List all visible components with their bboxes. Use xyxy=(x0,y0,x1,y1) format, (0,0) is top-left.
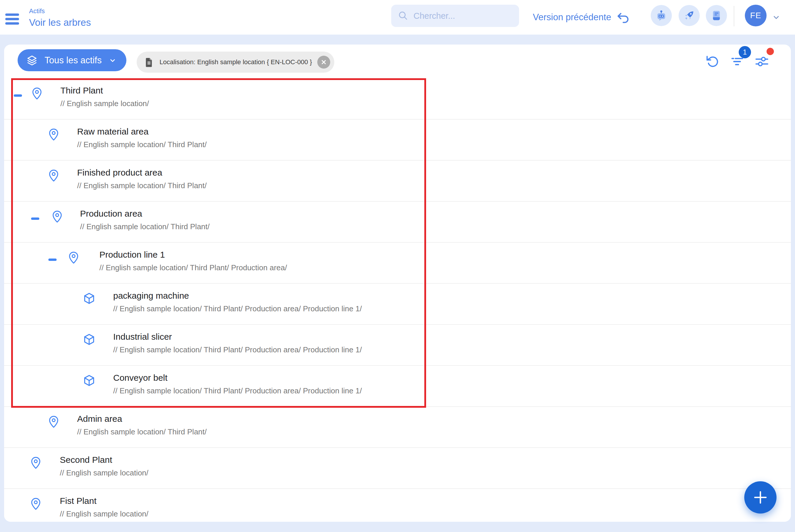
row-title: Industrial slicer xyxy=(113,331,362,342)
previous-version-button[interactable]: Version précédente xyxy=(533,0,630,35)
location-pin-icon xyxy=(48,415,59,430)
previous-version-label: Version précédente xyxy=(533,12,611,23)
row-path: // English sample location/ Third Plant/ xyxy=(77,140,207,149)
tree-row-third-plant[interactable]: Third Plant // English sample location/ xyxy=(4,79,791,119)
row-path: // English sample location/ Third Plant/… xyxy=(113,386,362,395)
reset-icon xyxy=(705,54,720,69)
menu-icon[interactable] xyxy=(5,14,19,28)
collapse-button[interactable] xyxy=(31,213,48,225)
row-path: // English sample location/ xyxy=(60,509,148,518)
asset-scope-button[interactable]: Tous les actifs xyxy=(18,49,126,71)
close-icon xyxy=(320,59,327,65)
add-button[interactable] xyxy=(744,481,777,514)
book-icon xyxy=(710,10,723,22)
tree-row-admin-area[interactable]: Admin area // English sample location/ T… xyxy=(4,407,791,448)
row-path: // English sample location/ Third Plant/ xyxy=(80,222,210,231)
search-box[interactable] xyxy=(391,5,519,27)
row-path: // English sample location/ Third Plant/… xyxy=(113,345,362,354)
sliders-icon xyxy=(755,54,769,69)
plus-icon xyxy=(754,491,767,504)
row-title: Finished product area xyxy=(77,167,207,178)
avatar-initials: FE xyxy=(750,11,761,20)
header-divider xyxy=(734,6,734,26)
filter-button[interactable]: 1 xyxy=(730,54,744,69)
minus-icon xyxy=(14,94,22,97)
tree-row-raw-material-area[interactable]: Raw material area // English sample loca… xyxy=(4,119,791,160)
row-path: // English sample location/ Third Plant/… xyxy=(113,304,362,314)
row-title: packaging machine xyxy=(113,290,362,301)
top-bar: Actifs Voir les arbres Version précédent… xyxy=(0,0,795,35)
document-icon xyxy=(144,57,154,68)
avatar[interactable]: FE xyxy=(745,5,766,26)
location-filter-chip[interactable]: Localisation: English sample location { … xyxy=(137,52,334,73)
assistant-button[interactable] xyxy=(651,5,672,26)
location-filter-label: Localisation: English sample location { … xyxy=(160,58,312,66)
tree-row-finished-product-area[interactable]: Finished product area // English sample … xyxy=(4,160,791,202)
tree-toolbar: Tous les actifs Localisation: English sa… xyxy=(4,44,791,79)
row-title: Raw material area xyxy=(77,126,207,137)
robot-icon xyxy=(655,10,667,22)
chevron-down-icon xyxy=(108,56,117,65)
row-title: Second Plant xyxy=(60,454,148,466)
row-title: Third Plant xyxy=(60,85,149,96)
asset-box-icon xyxy=(83,374,96,388)
location-pin-icon xyxy=(51,210,63,225)
asset-tree: Third Plant // English sample location/ … xyxy=(4,79,791,522)
row-path: // English sample location/ xyxy=(60,468,148,477)
section-label: Actifs xyxy=(29,7,91,15)
tree-row-conveyor-belt[interactable]: Conveyor belt // English sample location… xyxy=(4,366,791,407)
asset-box-icon xyxy=(83,292,96,306)
location-pin-icon xyxy=(48,128,59,143)
remove-filter-button[interactable] xyxy=(317,56,330,69)
documentation-button[interactable] xyxy=(706,5,727,26)
chevron-down-icon xyxy=(771,12,781,22)
row-title: Conveyor belt xyxy=(113,372,362,383)
undo-icon xyxy=(616,10,630,24)
page-title: Voir les arbres xyxy=(29,16,91,29)
location-pin-icon xyxy=(68,251,79,266)
filter-count-badge: 1 xyxy=(739,46,751,58)
row-title: Fist Plant xyxy=(60,495,148,507)
tree-row-industrial-slicer[interactable]: Industrial slicer // English sample loca… xyxy=(4,325,791,366)
row-title: Production area xyxy=(80,208,210,219)
reset-tree-button[interactable] xyxy=(705,54,720,69)
search-icon xyxy=(398,10,409,21)
rocket-icon xyxy=(683,10,695,22)
tree-panel: Tous les actifs Localisation: English sa… xyxy=(4,44,791,522)
toolbar-actions: 1 xyxy=(705,44,769,79)
asset-box-icon xyxy=(83,333,96,347)
page-heading: Actifs Voir les arbres xyxy=(29,7,91,29)
layers-icon xyxy=(26,54,38,66)
minus-icon xyxy=(49,259,57,261)
minus-icon xyxy=(31,217,39,220)
collapse-button[interactable] xyxy=(49,254,65,266)
row-path: // English sample location/ xyxy=(60,99,149,108)
location-pin-icon xyxy=(48,169,59,184)
tree-row-production-line-1[interactable]: Production line 1 // English sample loca… xyxy=(4,243,791,284)
launch-button[interactable] xyxy=(679,5,700,26)
location-pin-icon xyxy=(30,497,42,512)
row-title: Admin area xyxy=(77,413,207,424)
collapse-button[interactable] xyxy=(14,90,30,101)
tree-row-fist-plant[interactable]: Fist Plant // English sample location/ xyxy=(4,489,791,522)
tree-row-production-area[interactable]: Production area // English sample locati… xyxy=(4,202,791,243)
location-pin-icon xyxy=(30,456,42,471)
settings-alert-dot xyxy=(766,48,774,55)
asset-scope-label: Tous les actifs xyxy=(44,55,102,66)
row-path: // English sample location/ Third Plant/ xyxy=(77,181,207,190)
display-settings-button[interactable] xyxy=(755,54,769,69)
search-input[interactable] xyxy=(413,11,513,21)
tree-row-second-plant[interactable]: Second Plant // English sample location/ xyxy=(4,448,791,489)
row-path: // English sample location/ Third Plant/ xyxy=(77,427,207,436)
tree-row-packaging-machine[interactable]: packaging machine // English sample loca… xyxy=(4,284,791,325)
row-path: // English sample location/ Third Plant/… xyxy=(99,263,287,272)
row-title: Production line 1 xyxy=(99,249,287,260)
account-menu-button[interactable] xyxy=(771,12,781,23)
location-pin-icon xyxy=(31,87,43,102)
